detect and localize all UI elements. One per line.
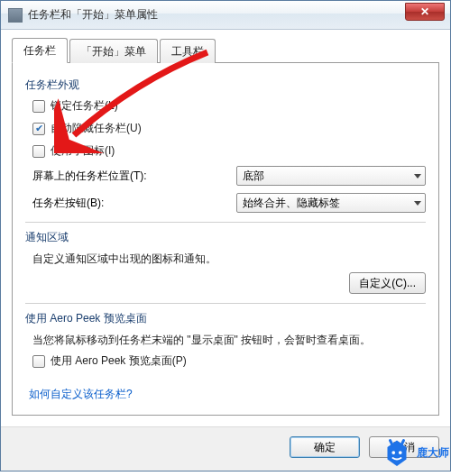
help-link[interactable]: 如何自定义该任务栏? <box>29 387 133 402</box>
label-autohide-taskbar: 自动隐藏任务栏(U) <box>51 121 142 136</box>
label-aero-peek: 使用 Aero Peek 预览桌面(P) <box>51 353 187 369</box>
checkbox-autohide-taskbar[interactable] <box>32 123 45 135</box>
watermark-text: 鹿大师 <box>417 445 449 461</box>
label-lock-taskbar: 锁定任务栏(L) <box>51 98 118 114</box>
client-area: 任务栏 「开始」菜单 工具栏 任务栏外观 锁定任务栏(L) 自动隐藏任务栏(U)… <box>1 30 450 426</box>
watermark: 鹿大师 <box>381 436 449 469</box>
watermark-icon <box>381 436 413 469</box>
combo-taskbar-buttons-value: 始终合并、隐藏标签 <box>243 196 340 211</box>
tab-page-taskbar: 任务栏外观 锁定任务栏(L) 自动隐藏任务栏(U) 使用小图标(I) 屏幕上的任… <box>12 62 439 416</box>
row-lock-taskbar: 锁定任务栏(L) <box>32 98 426 114</box>
chevron-down-icon <box>414 174 421 178</box>
checkbox-lock-taskbar[interactable] <box>32 100 45 113</box>
row-taskbar-buttons: 任务栏按钮(B): 始终合并、隐藏标签 <box>25 193 426 213</box>
checkbox-aero-peek[interactable] <box>32 355 45 368</box>
label-taskbar-location: 屏幕上的任务栏位置(T): <box>25 169 147 184</box>
svg-point-1 <box>399 451 402 454</box>
checkbox-small-icons[interactable] <box>32 145 45 158</box>
aero-desc: 当您将鼠标移动到任务栏末端的 "显示桌面" 按钮时，会暂时查看桌面。 <box>32 332 426 348</box>
tab-taskbar[interactable]: 任务栏 <box>12 38 68 63</box>
group-aero-header: 使用 Aero Peek 预览桌面 <box>25 311 426 326</box>
svg-point-0 <box>391 451 395 454</box>
close-button[interactable]: ✕ <box>405 3 445 21</box>
group-appearance-header: 任务栏外观 <box>25 78 426 93</box>
label-small-icons: 使用小图标(I) <box>51 143 115 159</box>
group-notification-header: 通知区域 <box>25 230 426 245</box>
titlebar[interactable]: 任务栏和「开始」菜单属性 ✕ <box>1 1 450 30</box>
tab-start-menu[interactable]: 「开始」菜单 <box>69 39 158 63</box>
tab-toolbars[interactable]: 工具栏 <box>160 39 216 63</box>
notification-desc: 自定义通知区域中出现的图标和通知。 <box>32 251 426 267</box>
row-small-icons: 使用小图标(I) <box>32 143 426 159</box>
combo-taskbar-buttons[interactable]: 始终合并、隐藏标签 <box>236 193 426 213</box>
app-icon <box>8 8 23 23</box>
combo-taskbar-location[interactable]: 底部 <box>236 166 426 186</box>
separator <box>25 222 426 223</box>
row-taskbar-location: 屏幕上的任务栏位置(T): 底部 <box>25 166 426 186</box>
dialog-window: 任务栏和「开始」菜单属性 ✕ 任务栏 「开始」菜单 工具栏 任务栏外观 锁定任务… <box>0 0 451 471</box>
combo-taskbar-location-value: 底部 <box>243 169 264 184</box>
label-taskbar-buttons: 任务栏按钮(B): <box>25 196 104 211</box>
close-icon: ✕ <box>420 5 429 18</box>
ok-button[interactable]: 确定 <box>290 436 360 458</box>
row-aero-peek: 使用 Aero Peek 预览桌面(P) <box>32 353 426 369</box>
chevron-down-icon <box>414 201 421 206</box>
window-title: 任务栏和「开始」菜单属性 <box>28 7 158 23</box>
row-autohide-taskbar: 自动隐藏任务栏(U) <box>32 121 426 136</box>
tabstrip: 任务栏 「开始」菜单 工具栏 <box>12 39 439 62</box>
separator <box>25 303 426 304</box>
customize-button[interactable]: 自定义(C)... <box>349 272 426 294</box>
